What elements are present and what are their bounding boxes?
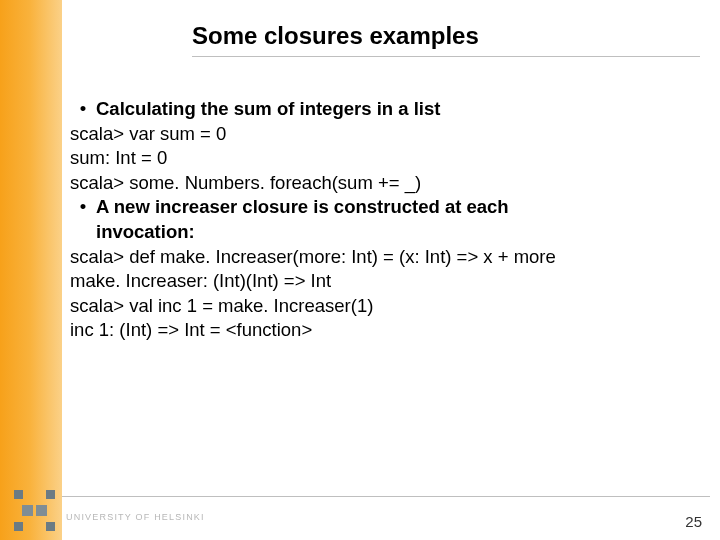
slide-body: • Calculating the sum of integers in a l… <box>62 63 720 343</box>
bullet-item: • Calculating the sum of integers in a l… <box>70 97 700 122</box>
code-line: scala> var sum = 0 <box>70 122 700 147</box>
title-block: Some closures examples <box>62 0 720 63</box>
code-line: scala> some. Numbers. foreach(sum += _) <box>70 171 700 196</box>
bullet-dot-icon: • <box>70 195 96 220</box>
bullet-text: A new increaser closure is constructed a… <box>96 195 509 220</box>
bullet-item: • A new increaser closure is constructed… <box>70 195 700 220</box>
code-line: scala> val inc 1 = make. Increaser(1) <box>70 294 700 319</box>
page-number: 25 <box>685 513 702 530</box>
university-logo-icon <box>14 490 56 532</box>
code-line: scala> def make. Increaser(more: Int) = … <box>70 245 700 270</box>
slide-content: Some closures examples • Calculating the… <box>62 0 720 540</box>
bullet-dot-icon: • <box>70 97 96 122</box>
title-underline <box>192 56 700 57</box>
university-name: UNIVERSITY OF HELSINKI <box>66 512 205 522</box>
bullet-text: Calculating the sum of integers in a lis… <box>96 97 440 122</box>
footer: UNIVERSITY OF HELSINKI 25 <box>0 486 720 540</box>
bullet-item-continuation: invocation: <box>70 220 700 245</box>
footer-divider <box>62 496 710 497</box>
code-line: sum: Int = 0 <box>70 146 700 171</box>
slide-title: Some closures examples <box>192 22 700 50</box>
code-line: make. Increaser: (Int)(Int) => Int <box>70 269 700 294</box>
bullet-text: invocation: <box>96 220 195 245</box>
orange-sidebar <box>0 0 62 540</box>
code-line: inc 1: (Int) => Int = <function> <box>70 318 700 343</box>
